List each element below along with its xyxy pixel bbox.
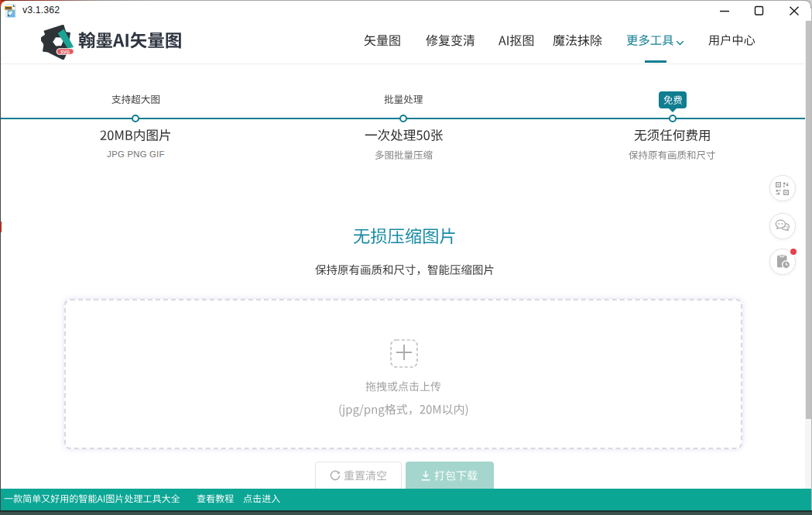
svg-text:SVG: SVG xyxy=(60,50,70,54)
